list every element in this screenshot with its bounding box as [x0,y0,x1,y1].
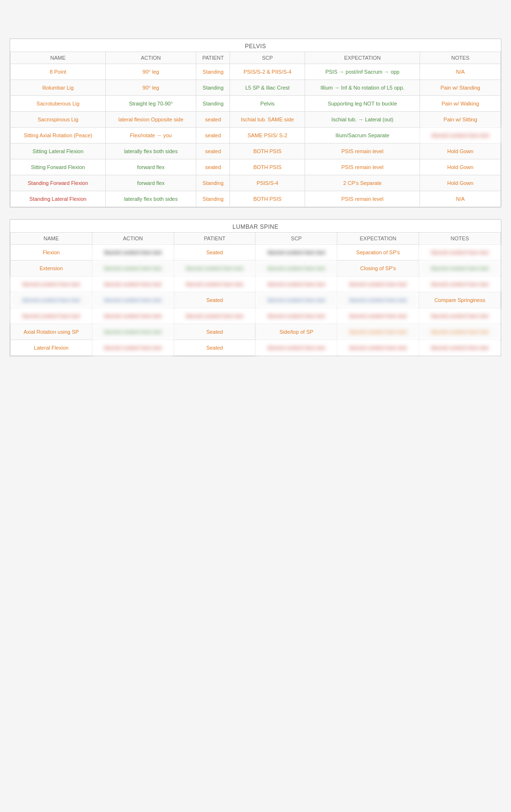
table-row: Flexionblurred content here textSeatedbl… [11,245,501,261]
table-row: Axial Rotation using SPblurred content h… [11,324,501,340]
pelvis-title: PELVIS [10,39,501,52]
table-row: blurred content here textblurred content… [11,308,501,324]
lumbar-col-notes: NOTES [419,233,501,245]
table-row: Sacrotuberous LigStraight leg 70-90°Stan… [11,96,501,112]
pelvis-section: PELVIS NAME ACTION PATIENT SCP EXPECTATI… [10,39,501,208]
pelvis-col-name: NAME [11,52,106,64]
table-row: 8 Point90° legStandingPSIS/S-2 & PIIS/S-… [11,64,501,80]
table-row: Iliolumbar Lig90° legStandingL5 SP & Ili… [11,80,501,96]
table-row: Sitting Lateral Flexionlaterally flex bo… [11,144,501,159]
table-row: blurred content here textblurred content… [11,276,501,292]
lumbar-table: NAME ACTION PATIENT SCP EXPECTATION NOTE… [10,232,501,356]
lumbar-section: LUMBAR SPINE NAME ACTION PATIENT SCP EXP… [10,219,501,356]
pelvis-col-patient: PATIENT [196,52,230,64]
table-row: Lateral Flexionblurred content here text… [11,340,501,356]
table-row: Sacrospinous Liglateral flexion Opposite… [11,112,501,128]
lumbar-col-name: NAME [11,233,92,245]
pelvis-table: NAME ACTION PATIENT SCP EXPECTATION NOTE… [10,52,501,207]
table-row: Standing Forward Flexionforward flexStan… [11,175,501,191]
table-row: Sitting Axial Rotation (Peace)Flex/rotat… [11,128,501,144]
lumbar-col-patient: PATIENT [174,233,256,245]
table-row: Standing Lateral Flexionlaterally flex b… [11,191,501,207]
lumbar-col-action: ACTION [92,233,174,245]
lumbar-title: LUMBAR SPINE [10,220,501,232]
table-row: blurred content here textblurred content… [11,292,501,308]
table-row: Sitting Forward Flexionforward flexseate… [11,159,501,175]
pelvis-col-action: ACTION [105,52,196,64]
lumbar-col-scp: SCP [256,233,337,245]
pelvis-col-scp: SCP [230,52,305,64]
pelvis-col-notes: NOTES [420,52,501,64]
pelvis-col-expectation: EXPECTATION [305,52,420,64]
lumbar-col-expectation: EXPECTATION [337,233,419,245]
table-row: Extensionblurred content here textblurre… [11,261,501,276]
